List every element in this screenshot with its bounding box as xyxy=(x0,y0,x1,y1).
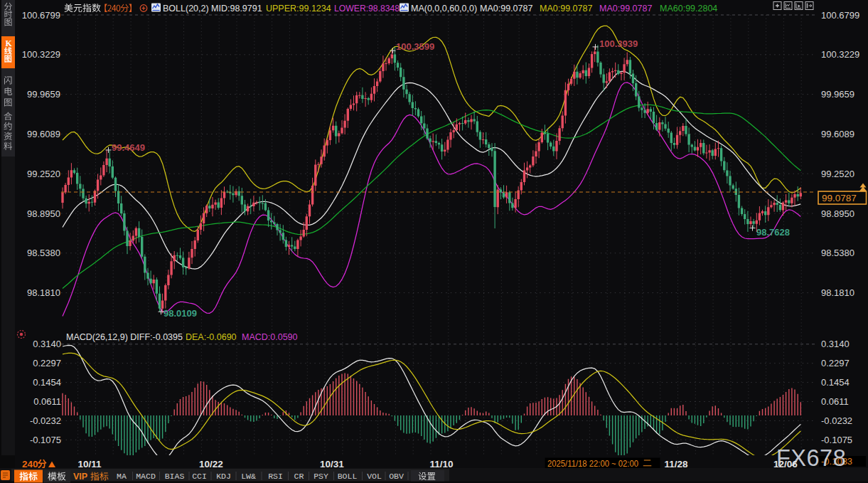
svg-text:11/10: 11/10 xyxy=(429,459,453,469)
svg-text:LW&: LW& xyxy=(241,472,256,481)
svg-text:0.0611: 0.0611 xyxy=(821,396,849,407)
svg-text:99.2520: 99.2520 xyxy=(821,169,854,179)
svg-text:98.1810: 98.1810 xyxy=(27,287,60,298)
svg-text:99.0787: 99.0787 xyxy=(822,193,857,203)
svg-text:MA(0,0,0,60,0,0): MA(0,0,0,60,0,0) xyxy=(411,4,477,14)
svg-text:RSI: RSI xyxy=(268,472,283,481)
svg-text:99.4649: 99.4649 xyxy=(112,142,145,153)
svg-text:100.3229: 100.3229 xyxy=(22,49,60,60)
svg-text:MA: MA xyxy=(117,472,127,481)
svg-text:100.3939: 100.3939 xyxy=(599,38,638,49)
svg-text:240: 240 xyxy=(22,459,38,469)
svg-text:-0.0232: -0.0232 xyxy=(821,415,852,426)
svg-text:MA0:99.0787: MA0:99.0787 xyxy=(480,4,532,14)
svg-text:MACD:0.0590: MACD:0.0590 xyxy=(242,332,298,342)
svg-text:0.3140: 0.3140 xyxy=(33,339,61,349)
svg-text:99.9659: 99.9659 xyxy=(821,89,854,100)
svg-text:0.2297: 0.2297 xyxy=(821,358,850,368)
svg-text:98.5380: 98.5380 xyxy=(821,248,854,258)
svg-text:VOL: VOL xyxy=(367,472,382,481)
svg-text:-0.1075: -0.1075 xyxy=(30,435,61,445)
svg-text:98.8950: 98.8950 xyxy=(27,208,60,219)
svg-text:98.1810: 98.1810 xyxy=(821,287,854,298)
svg-text:0.1454: 0.1454 xyxy=(821,377,850,388)
svg-text:LOWER:98.8348: LOWER:98.8348 xyxy=(334,4,400,14)
svg-text:MACD: MACD xyxy=(136,472,156,481)
svg-text:100.3599: 100.3599 xyxy=(396,41,434,52)
svg-text:MA0:99.0787: MA0:99.0787 xyxy=(599,4,652,14)
svg-text:VIP: VIP xyxy=(73,472,87,482)
svg-text:MA0:99.0787: MA0:99.0787 xyxy=(540,4,592,14)
svg-text:KDJ: KDJ xyxy=(216,472,231,481)
svg-text:PSY: PSY xyxy=(314,472,328,481)
svg-text:99.9659: 99.9659 xyxy=(27,89,60,100)
svg-text:BOLL: BOLL xyxy=(338,472,358,481)
svg-text:BOLL(20,2) MID:98.9791: BOLL(20,2) MID:98.9791 xyxy=(163,4,262,14)
svg-text:-0.0232: -0.0232 xyxy=(30,415,61,426)
svg-text:0.3140: 0.3140 xyxy=(821,339,850,349)
svg-text:10/31: 10/31 xyxy=(320,459,344,469)
svg-text:CR: CR xyxy=(294,472,304,481)
svg-text:K: K xyxy=(6,38,13,48)
svg-text:99.6089: 99.6089 xyxy=(821,129,854,139)
svg-text:DEA:-0.0690: DEA:-0.0690 xyxy=(186,332,237,342)
svg-text:MA60:99.2804: MA60:99.2804 xyxy=(660,4,717,14)
svg-text:10/11: 10/11 xyxy=(77,459,102,469)
svg-text:MACD(26,12,9) DIFF:-0.0395: MACD(26,12,9) DIFF:-0.0395 xyxy=(66,332,183,342)
svg-text:0.1454: 0.1454 xyxy=(33,377,61,388)
svg-text:99.6089: 99.6089 xyxy=(27,129,60,139)
svg-text:CCI: CCI xyxy=(192,472,207,481)
svg-text:98.8950: 98.8950 xyxy=(821,208,854,219)
svg-text:-0.1075: -0.1075 xyxy=(821,435,852,445)
svg-text:BIAS: BIAS xyxy=(165,472,185,481)
svg-text:11/28: 11/28 xyxy=(664,459,688,469)
svg-text:100.3229: 100.3229 xyxy=(821,49,859,60)
svg-text:10/22: 10/22 xyxy=(199,459,223,469)
svg-text:UPPER:99.1234: UPPER:99.1234 xyxy=(266,4,331,14)
svg-text:12/06: 12/06 xyxy=(773,459,798,469)
svg-text:100.6799: 100.6799 xyxy=(821,10,859,21)
svg-text:100.6799: 100.6799 xyxy=(22,10,60,21)
svg-text:98.0109: 98.0109 xyxy=(164,308,197,319)
svg-text:98.5380: 98.5380 xyxy=(27,248,60,258)
svg-text:98.7628: 98.7628 xyxy=(756,227,790,238)
svg-text:99.2520: 99.2520 xyxy=(27,169,60,179)
svg-text:OBV: OBV xyxy=(389,472,404,481)
svg-text:2025/11/18 22:00 ~ 02:00: 2025/11/18 22:00 ~ 02:00 xyxy=(547,458,638,469)
svg-text:0.0611: 0.0611 xyxy=(33,396,61,407)
svg-text:0.2297: 0.2297 xyxy=(33,358,61,368)
